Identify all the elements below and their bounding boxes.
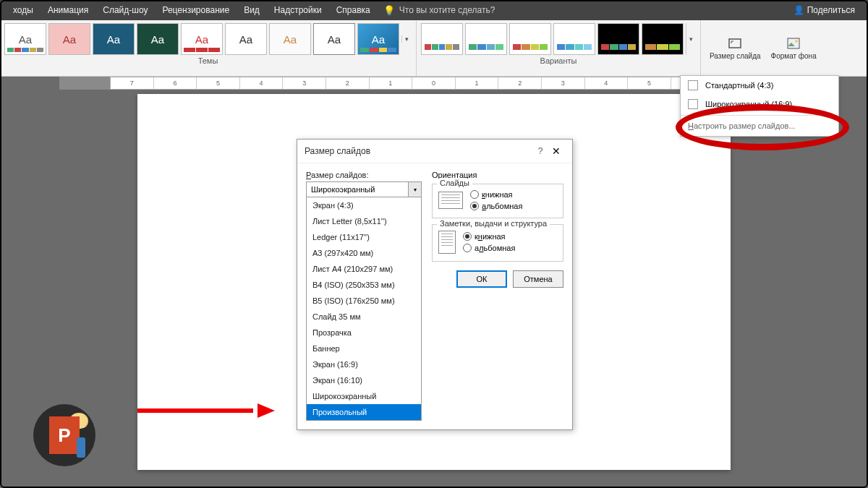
svg-rect-0 (729, 39, 741, 48)
size-option[interactable]: Экран (4:3) (307, 197, 421, 213)
menu-separator (681, 115, 838, 116)
variant-thumb[interactable] (421, 23, 463, 55)
size-option-label: Широкоэкранный (16:9) (705, 100, 792, 108)
share-icon: 👤 (793, 5, 804, 15)
checkbox-icon (688, 99, 698, 109)
radio-label: книжная (475, 232, 506, 241)
size-option[interactable]: Экран (16:10) (307, 372, 421, 388)
theme-thumb[interactable]: Aa (93, 23, 135, 55)
menu-bar: ходы Анимация Слайд-шоу Рецензирование В… (0, 0, 868, 20)
variants-group: ▾ Варианты (417, 20, 701, 76)
ribbon-extras: Размер слайда Формат фона (701, 20, 825, 76)
tell-me-label: Что вы хотите сделать? (399, 5, 495, 15)
radio-portrait[interactable]: книжная (463, 232, 515, 241)
theme-thumb[interactable]: Aa (225, 23, 267, 55)
share-button[interactable]: 👤 Поделиться (786, 5, 862, 15)
variant-thumb[interactable] (642, 23, 684, 55)
size-dropdown-list: Экран (4:3) Лист Letter (8,5x11'') Ledge… (306, 197, 422, 421)
menu-view[interactable]: Вид (237, 5, 267, 15)
radio-landscape[interactable]: альбомная (470, 202, 522, 210)
size-option[interactable]: Прозрачка (307, 325, 421, 341)
size-option[interactable]: Ledger (11x17'') (307, 229, 421, 245)
dialog-help-button[interactable]: ? (533, 146, 548, 156)
svg-point-2 (795, 40, 798, 43)
variant-thumb[interactable] (597, 23, 639, 55)
variants-more-button[interactable]: ▾ (686, 23, 696, 55)
p-icon: P (49, 416, 80, 454)
radio-label: альбомная (475, 244, 515, 252)
size-option[interactable]: Лист Letter (8,5x11'') (307, 213, 421, 229)
portrait-icon (438, 231, 456, 254)
ok-button[interactable]: ОК (456, 270, 507, 288)
slide-size-icon (728, 36, 742, 51)
size-option-wide[interactable]: Широкоэкранный (16:9) (681, 95, 838, 114)
menu-slideshow[interactable]: Слайд-шоу (95, 5, 155, 15)
slides-legend: Слайды (437, 179, 472, 187)
size-option[interactable]: B5 (ISO) (176x250 мм) (307, 293, 421, 309)
size-combo-value: Широкоэкранный (307, 182, 408, 197)
slide-size-label: Размер слайда (710, 52, 761, 60)
radio-label: книжная (482, 190, 513, 199)
checkbox-icon (688, 80, 698, 90)
format-bg-label: Формат фона (771, 52, 817, 60)
landscape-icon (438, 192, 463, 209)
slide-size-button[interactable]: Размер слайда (705, 23, 765, 73)
size-option[interactable]: Баннер (307, 341, 421, 356)
slides-orientation-group: Слайды книжная альбомная (432, 184, 563, 218)
horizontal-ruler: 765432101234567 (110, 77, 758, 90)
size-option[interactable]: Лист A4 (210x297 мм) (307, 261, 421, 277)
size-option[interactable]: Широкоэкранный (307, 388, 421, 404)
theme-thumb[interactable]: Aa (181, 23, 223, 55)
size-option[interactable]: Экран (16:9) (307, 356, 421, 372)
svg-rect-1 (788, 38, 799, 48)
cancel-button[interactable]: Отмена (513, 270, 563, 288)
size-option-label: Стандартный (4:3) (705, 81, 773, 90)
ribbon: Aa Aa Aa Aa Aa Aa Aa Aa Aa ▾ Темы ▾ Вари… (0, 20, 868, 77)
themes-group-label: Темы (0, 56, 416, 67)
menu-review[interactable]: Рецензирование (155, 5, 237, 15)
theme-thumb[interactable]: Aa (48, 23, 90, 55)
radio-label: альбомная (482, 202, 522, 210)
size-option[interactable]: A3 (297x420 мм) (307, 245, 421, 261)
figure-icon (77, 437, 85, 458)
dialog-title-text: Размер слайдов (305, 146, 533, 156)
variant-thumb[interactable] (553, 23, 595, 55)
theme-thumb[interactable]: Aa (269, 23, 311, 55)
slide-size-dialog: Размер слайдов ? ✕ Размер слайдов: Широк… (297, 139, 573, 430)
dialog-close-button[interactable]: ✕ (548, 145, 565, 157)
dialog-titlebar: Размер слайдов ? ✕ (297, 140, 572, 163)
format-background-button[interactable]: Формат фона (767, 23, 821, 73)
notes-legend: Заметки, выдачи и структура (437, 219, 550, 228)
theme-thumb[interactable]: Aa (137, 23, 179, 55)
themes-group: Aa Aa Aa Aa Aa Aa Aa Aa Aa ▾ Темы (0, 20, 417, 76)
tell-me-search[interactable]: 💡 Что вы хотите сделать? (383, 5, 495, 16)
themes-more-button[interactable]: ▾ (401, 35, 412, 43)
radio-landscape[interactable]: альбомная (463, 244, 515, 252)
menu-animation[interactable]: Анимация (41, 5, 95, 15)
slide-size-menu: Стандартный (4:3) Широкоэкранный (16:9) … (680, 75, 839, 137)
variants-group-label: Варианты (417, 56, 700, 67)
theme-thumb[interactable]: Aa (357, 23, 399, 55)
size-option[interactable]: Слайд 35 мм (307, 309, 421, 325)
size-field-label: Размер слайдов: (306, 171, 422, 179)
size-option-selected[interactable]: Произвольный (307, 404, 421, 420)
share-label: Поделиться (807, 5, 855, 15)
menu-addins[interactable]: Надстройки (267, 5, 329, 15)
theme-thumb[interactable]: Aa (4, 23, 46, 55)
menu-help[interactable]: Справка (329, 5, 378, 15)
lightbulb-icon: 💡 (383, 5, 395, 16)
variant-thumb[interactable] (465, 23, 507, 55)
theme-thumb[interactable]: Aa (313, 23, 355, 55)
size-combobox[interactable]: Широкоэкранный ▾ (306, 181, 422, 197)
format-bg-icon (786, 36, 801, 51)
radio-portrait[interactable]: книжная (470, 190, 522, 199)
variant-thumb[interactable] (509, 23, 551, 55)
notes-orientation-group: Заметки, выдачи и структура книжная альб… (432, 224, 563, 262)
size-option-custom[interactable]: Настроить размер слайдов... (681, 117, 838, 136)
menu-transitions[interactable]: ходы (6, 5, 41, 15)
size-option[interactable]: B4 (ISO) (250x353 мм) (307, 277, 421, 293)
powerpoint-logo: P (33, 404, 95, 466)
chevron-down-icon[interactable]: ▾ (408, 182, 421, 197)
size-option-standard[interactable]: Стандартный (4:3) (681, 76, 838, 95)
